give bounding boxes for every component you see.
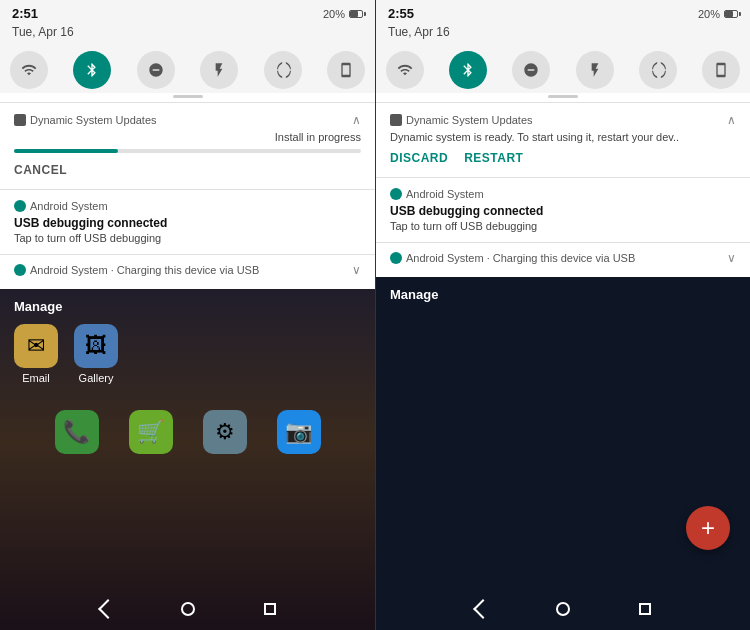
left-date: Tue, Apr 16 xyxy=(0,25,375,45)
qs-dnd-left[interactable] xyxy=(137,51,175,89)
right-dsu-header: Dynamic System Updates ∧ xyxy=(390,113,736,127)
left-progress-bar-bg xyxy=(14,149,361,153)
gallery-icon: 🖼 xyxy=(74,324,118,368)
right-usb-app-name: Android System xyxy=(390,188,484,200)
android-icon-right xyxy=(390,188,402,200)
left-battery-icon xyxy=(349,10,363,18)
dock-store-left[interactable]: 🛒 xyxy=(129,410,173,454)
left-charging-notification: Android System · Charging this device vi… xyxy=(0,254,375,289)
email-label: Email xyxy=(22,372,50,384)
qs-wifi-right[interactable] xyxy=(386,51,424,89)
right-restart-action[interactable]: RESTART xyxy=(464,149,523,167)
qs-mobile-right[interactable] xyxy=(702,51,740,89)
dock-settings-left[interactable]: ⚙ xyxy=(203,410,247,454)
qs-rotate-right[interactable] xyxy=(639,51,677,89)
right-status-bar: 2:55 20% xyxy=(376,0,750,25)
back-icon-right xyxy=(473,599,493,619)
left-recent-button[interactable] xyxy=(259,598,281,620)
left-usb-header: Android System xyxy=(14,200,361,212)
right-dsu-app-name: Dynamic System Updates xyxy=(390,114,533,126)
right-dsu-actions: DISCARD RESTART xyxy=(390,149,736,167)
left-manage-label: Manage xyxy=(14,299,361,314)
right-quick-settings xyxy=(376,45,750,93)
right-date: Tue, Apr 16 xyxy=(376,25,750,45)
left-install-text: Install in progress xyxy=(14,131,361,143)
store-icon-left: 🛒 xyxy=(129,410,173,454)
left-app-grid: ✉ Email 🖼 Gallery xyxy=(14,324,361,384)
left-charging-chevron[interactable]: ∨ xyxy=(352,263,361,277)
left-dsu-chevron[interactable]: ∧ xyxy=(352,113,361,127)
left-progress-bar-fill xyxy=(14,149,118,153)
left-time: 2:51 xyxy=(12,6,38,21)
left-status-bar: 2:51 20% xyxy=(0,0,375,25)
right-usb-notification: Android System USB debugging connected T… xyxy=(376,177,750,242)
right-time: 2:55 xyxy=(388,6,414,21)
left-dsu-header: Dynamic System Updates ∧ xyxy=(14,113,361,127)
left-usb-app-name: Android System xyxy=(14,200,108,212)
qs-dnd-right[interactable] xyxy=(512,51,550,89)
right-usb-header: Android System xyxy=(390,188,736,200)
qs-bluetooth-left[interactable] xyxy=(73,51,111,89)
right-manage-label: Manage xyxy=(390,287,736,302)
right-battery-text: 20% xyxy=(698,8,720,20)
android-icon-left xyxy=(14,200,26,212)
email-app-icon[interactable]: ✉ Email xyxy=(14,324,58,384)
left-battery-text: 20% xyxy=(323,8,345,20)
qs-wifi-left[interactable] xyxy=(10,51,48,89)
gallery-label: Gallery xyxy=(79,372,114,384)
right-home-button[interactable] xyxy=(552,598,574,620)
right-manage-section: Manage xyxy=(376,277,750,322)
right-charging-notification: Android System · Charging this device vi… xyxy=(376,242,750,277)
qs-rotate-left[interactable] xyxy=(264,51,302,89)
left-nav-bar xyxy=(0,586,375,630)
left-charging-app-name: Android System · Charging this device vi… xyxy=(14,264,259,276)
recent-icon-left xyxy=(264,603,276,615)
gallery-app-icon[interactable]: 🖼 Gallery xyxy=(74,324,118,384)
left-charging-header: Android System · Charging this device vi… xyxy=(14,263,361,277)
settings-icon-left: ⚙ xyxy=(203,410,247,454)
right-nav-bar xyxy=(376,586,750,630)
left-status-icons: 20% xyxy=(323,8,363,20)
phone-icon-left: 📞 xyxy=(55,410,99,454)
left-manage-section: Manage ✉ Email 🖼 Gallery xyxy=(0,289,375,404)
qs-flashlight-left[interactable] xyxy=(200,51,238,89)
right-usb-title: USB debugging connected xyxy=(390,204,736,218)
android-charging-icon-right xyxy=(390,252,402,264)
left-qs-divider xyxy=(173,95,203,98)
camera-icon-left: 📷 xyxy=(277,410,321,454)
qs-mobile-left[interactable] xyxy=(327,51,365,89)
right-charging-chevron[interactable]: ∨ xyxy=(727,251,736,265)
qs-bluetooth-right[interactable] xyxy=(449,51,487,89)
left-dock: 📞 🛒 ⚙ 📷 xyxy=(0,404,375,464)
dsu-icon-left xyxy=(14,114,26,126)
dock-phone-left[interactable]: 📞 xyxy=(55,410,99,454)
recent-icon-right xyxy=(639,603,651,615)
left-usb-notification: Android System USB debugging connected T… xyxy=(0,189,375,254)
right-dsu-body: Dynamic system is ready. To start using … xyxy=(390,131,736,143)
right-phone-panel: 2:55 20% Tue, Apr 16 xyxy=(375,0,750,630)
back-icon-left xyxy=(98,599,118,619)
left-dsu-notification: Dynamic System Updates ∧ Install in prog… xyxy=(0,102,375,189)
email-icon: ✉ xyxy=(14,324,58,368)
right-dsu-chevron[interactable]: ∧ xyxy=(727,113,736,127)
android-charging-icon-left xyxy=(14,264,26,276)
fab-button[interactable]: + xyxy=(686,506,730,550)
left-back-button[interactable] xyxy=(95,598,117,620)
left-notification-shade: 2:51 20% Tue, Apr 16 xyxy=(0,0,375,289)
left-cancel-action[interactable]: CANCEL xyxy=(14,161,361,179)
right-status-icons: 20% xyxy=(698,8,738,20)
right-discard-action[interactable]: DISCARD xyxy=(390,149,448,167)
right-back-button[interactable] xyxy=(470,598,492,620)
right-charging-header: Android System · Charging this device vi… xyxy=(390,251,736,265)
right-battery-icon xyxy=(724,10,738,18)
left-home-button[interactable] xyxy=(177,598,199,620)
dsu-icon-right xyxy=(390,114,402,126)
qs-flashlight-right[interactable] xyxy=(576,51,614,89)
right-dsu-notification: Dynamic System Updates ∧ Dynamic system … xyxy=(376,102,750,177)
dock-camera-left[interactable]: 📷 xyxy=(277,410,321,454)
left-dsu-app-name: Dynamic System Updates xyxy=(14,114,157,126)
home-icon-left xyxy=(181,602,195,616)
left-quick-settings xyxy=(0,45,375,93)
left-phone-panel: 2:51 20% Tue, Apr 16 xyxy=(0,0,375,630)
right-recent-button[interactable] xyxy=(634,598,656,620)
